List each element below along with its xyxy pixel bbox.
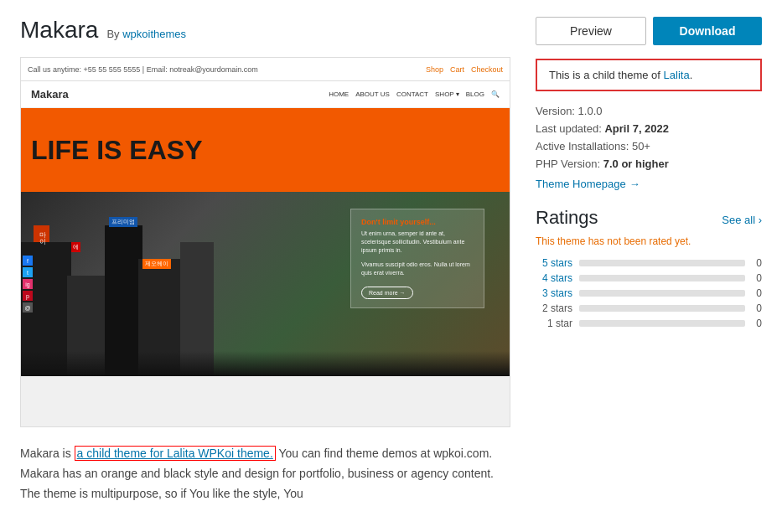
overlay-body2: Vivamus suscipit odio eros. Nulla ut lor…	[361, 261, 474, 277]
child-theme-notice: This is a child theme of Lalita.	[536, 59, 762, 91]
twitter-icon: t	[23, 267, 33, 277]
read-more-button[interactable]: Read more →	[361, 287, 413, 299]
preview-brand: Makara	[31, 88, 69, 101]
star-bar-bg	[579, 305, 745, 312]
star-bar-bg	[579, 290, 745, 297]
star-bar-bg	[579, 320, 745, 327]
pinterest-icon: p	[23, 291, 33, 301]
preview-hero-text: LIFE IS EASY	[31, 137, 202, 163]
theme-author: By wpkoithemes	[106, 28, 186, 40]
star-row: 4 stars0	[536, 272, 762, 284]
lalita-link[interactable]: Lalita	[664, 69, 690, 81]
star-label: 1 star	[536, 318, 572, 329]
author-link[interactable]: wpkoithemes	[122, 28, 186, 40]
ratings-title: Ratings	[536, 207, 598, 229]
overlay-title: Don't limit yourself...	[361, 218, 474, 226]
star-row: 2 stars0	[536, 302, 762, 314]
theme-title: Makara	[20, 17, 98, 44]
preview-contact-info: Call us anytime: +55 55 555 5555 | Email…	[28, 65, 258, 74]
star-count: 0	[752, 257, 762, 269]
overlay-body1: Ut enim urna, semper id ante at, sceleri…	[361, 230, 474, 254]
star-label: 2 stars	[536, 302, 572, 314]
star-label[interactable]: 3 stars	[536, 287, 572, 299]
star-row: 1 star0	[536, 318, 762, 329]
installs-row: Active Installations: 50+	[536, 140, 762, 152]
preview-city-image: 마이 에 프리미엄 제오헤이 Don't limit yourself... U…	[21, 192, 510, 376]
action-buttons: Preview Download	[536, 17, 762, 45]
instagram-icon: ig	[23, 279, 33, 289]
star-row: 5 stars0	[536, 257, 762, 269]
star-count: 0	[752, 287, 762, 299]
star-label[interactable]: 4 stars	[536, 272, 572, 284]
preview-button[interactable]: Preview	[536, 17, 646, 45]
not-rated-message: This theme has not been rated yet.	[536, 235, 762, 247]
theme-preview: Call us anytime: +55 55 555 5555 | Email…	[20, 57, 510, 427]
preview-nav: HOME ABOUT US CONTACT SHOP ▾ BLOG 🔍	[329, 90, 500, 98]
facebook-icon: f	[23, 256, 33, 266]
star-row: 3 stars0	[536, 287, 762, 299]
email-icon: @	[23, 302, 33, 312]
star-count: 0	[752, 302, 762, 314]
social-icons: f t ig p @	[23, 256, 33, 312]
preview-overlay: Don't limit yourself... Ut enim urna, se…	[350, 209, 484, 308]
child-theme-link[interactable]: a child theme for Lalita WPKoi theme.	[75, 446, 276, 461]
see-all-link[interactable]: See all ›	[722, 214, 762, 226]
preview-nav-links: Shop Cart Checkout	[426, 65, 503, 74]
download-button[interactable]: Download	[653, 17, 762, 45]
meta-section: Version: 1.0.0 Last updated: April 7, 20…	[536, 105, 762, 190]
star-label[interactable]: 5 stars	[536, 257, 572, 269]
star-bar-bg	[579, 260, 745, 266]
php-row: PHP Version: 7.0 or higher	[536, 158, 762, 170]
star-bar-bg	[579, 275, 745, 281]
star-count: 0	[752, 318, 762, 329]
updated-row: Last updated: April 7, 2022	[536, 122, 762, 135]
ratings-section: Ratings See all › This theme has not bee…	[536, 207, 762, 329]
theme-description: Makara is a child theme for Lalita WPKoi…	[20, 444, 510, 504]
version-row: Version: 1.0.0	[536, 105, 762, 117]
star-bars: 5 stars04 stars03 stars02 stars01 star0	[536, 257, 762, 329]
theme-homepage-link[interactable]: Theme Homepage →	[536, 178, 640, 190]
star-count: 0	[752, 272, 762, 284]
